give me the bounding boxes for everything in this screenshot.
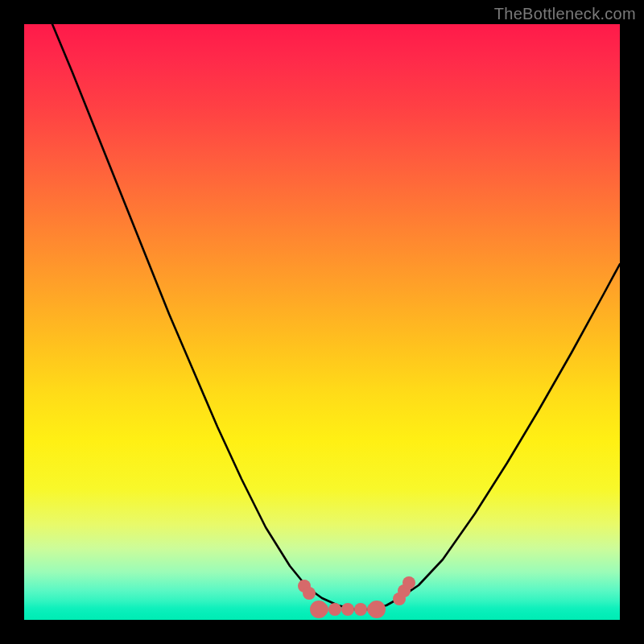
dot <box>303 587 316 600</box>
plot-area <box>24 24 620 620</box>
sample-dots <box>298 576 415 618</box>
chart-frame: TheBottleneck.com <box>0 0 644 644</box>
dot <box>341 603 354 616</box>
bottleneck-curve <box>52 24 620 609</box>
dot <box>328 603 341 616</box>
dot <box>402 576 415 589</box>
chart-svg <box>24 24 620 620</box>
dot <box>367 603 380 616</box>
watermark-text: TheBottleneck.com <box>494 5 636 23</box>
dot <box>354 603 367 616</box>
dot <box>316 603 328 616</box>
